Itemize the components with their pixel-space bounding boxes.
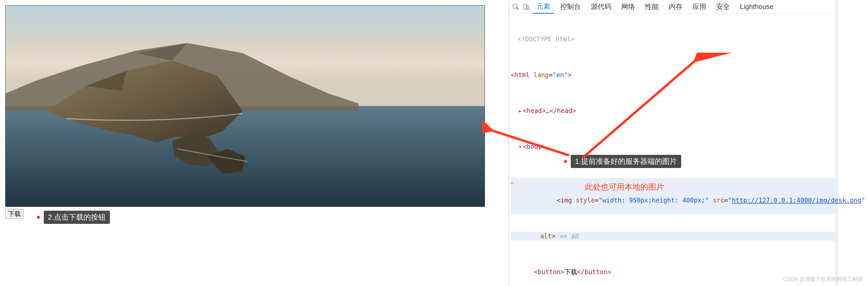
dom-body-open[interactable]: ▾<body> — [511, 142, 837, 151]
tab-console[interactable]: 控制台 — [557, 0, 585, 14]
download-button[interactable]: 下载 — [5, 209, 24, 219]
dom-button[interactable]: <button>下载</button> — [511, 267, 837, 277]
svg-rect-3 — [524, 4, 527, 9]
watermark: CSDN @满脑子技术的前端工程师 — [783, 276, 863, 283]
dom-img-element[interactable]: ⋯ <img style="width: 950px;height: 400px… — [511, 178, 837, 214]
dom-doctype[interactable]: <!DOCTYPE html> — [518, 36, 575, 43]
svg-rect-4 — [526, 5, 529, 9]
tab-sources[interactable]: 源代码 — [587, 0, 615, 14]
dom-tree[interactable]: <!DOCTYPE html> <html lang="en"> ▸<head>… — [509, 14, 838, 286]
inspect-icon[interactable] — [512, 3, 520, 11]
page-preview: 下载 — [5, 5, 490, 219]
devtools-tabbar: 元素 控制台 源代码 网络 性能 内存 应用 安全 Lighthouse — [509, 0, 838, 14]
dom-head[interactable]: ▸<head>…</head> — [511, 106, 837, 115]
dom-img-alt[interactable]: alt> == $0 — [511, 232, 837, 241]
annotation-note: 此处也可用本地的图片 — [585, 182, 664, 192]
annotation-dot-icon — [564, 160, 567, 163]
island-illustration — [5, 5, 485, 206]
device-toggle-icon[interactable] — [522, 3, 530, 11]
tab-application[interactable]: 应用 — [689, 0, 710, 14]
tab-lighthouse[interactable]: Lighthouse — [736, 0, 777, 14]
annotation-step2: 2.点击下载的按钮 — [37, 211, 110, 224]
annotation-step1-label: 1.提前准备好的服务器端的图片 — [571, 155, 681, 168]
demo-image — [5, 5, 485, 207]
annotation-step1: 1.提前准备好的服务器端的图片 — [564, 155, 681, 168]
tab-network[interactable]: 网络 — [618, 0, 639, 14]
devtools-panel: 元素 控制台 源代码 网络 性能 内存 应用 安全 Lighthouse <!D… — [508, 0, 838, 285]
tab-memory[interactable]: 内存 — [665, 0, 686, 14]
tab-performance[interactable]: 性能 — [641, 0, 662, 14]
annotation-dot-icon — [37, 216, 40, 219]
tab-elements[interactable]: 元素 — [533, 0, 554, 14]
annotation-step2-label: 2.点击下载的按钮 — [44, 211, 110, 224]
tab-security[interactable]: 安全 — [713, 0, 734, 14]
dom-html-open[interactable]: <html lang="en"> — [511, 71, 837, 80]
